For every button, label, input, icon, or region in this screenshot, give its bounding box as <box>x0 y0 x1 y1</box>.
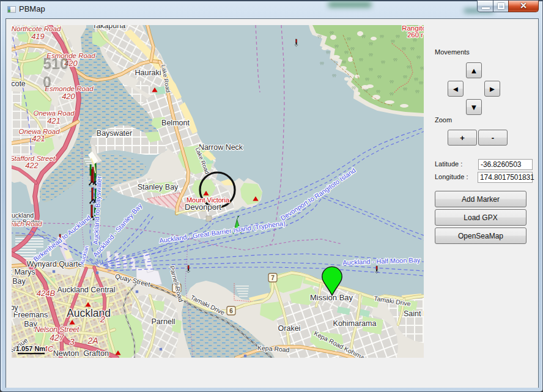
svg-text:6: 6 <box>229 308 233 314</box>
svg-text:Devonport: Devonport <box>185 202 221 212</box>
svg-text:Grafton: Grafton <box>83 349 109 358</box>
svg-text:Mount Victoria: Mount Victoria <box>187 196 230 204</box>
svg-text:419: 419 <box>31 32 45 41</box>
svg-text:cote: cote <box>12 80 26 88</box>
svg-text:Freemans: Freemans <box>13 311 48 319</box>
svg-text:Parnell: Parnell <box>152 317 175 326</box>
svg-text:Bay: Bay <box>12 277 26 286</box>
svg-text:510: 510 <box>43 55 68 72</box>
svg-text:421: 421 <box>32 134 45 143</box>
svg-text:Bayswater: Bayswater <box>97 129 132 138</box>
svg-text:7: 7 <box>271 275 275 281</box>
svg-text:260 r: 260 r <box>407 31 423 39</box>
svg-text:Hauraki: Hauraki <box>135 68 161 77</box>
svg-text:Belmont: Belmont <box>161 119 190 127</box>
svg-text:420: 420 <box>62 92 75 101</box>
svg-text:3: 3 <box>70 337 75 347</box>
svg-text:421: 421 <box>47 116 61 125</box>
svg-text:Stanley Bay: Stanley Bay <box>138 183 179 191</box>
svg-text:Newton: Newton <box>53 349 79 358</box>
svg-text:0: 0 <box>43 73 51 91</box>
svg-text:424B: 424B <box>37 289 56 298</box>
svg-text:t Marys: t Marys <box>12 268 35 276</box>
svg-text:by: by <box>12 303 18 312</box>
svg-text:Narrow Neck: Narrow Neck <box>199 143 243 152</box>
svg-text:422: 422 <box>25 161 39 170</box>
svg-text:each Road: each Road <box>12 220 42 227</box>
svg-text:1.057 Nm: 1.057 Nm <box>16 345 46 352</box>
svg-text:2A: 2A <box>87 336 98 346</box>
svg-text:427: 427 <box>50 333 65 342</box>
svg-text:2: 2 <box>100 314 105 324</box>
svg-text:Takapuna: Takapuna <box>92 25 125 30</box>
svg-text:Saint He: Saint He <box>404 309 424 318</box>
svg-text:Orakei: Orakei <box>278 324 301 333</box>
svg-text:Auckland Central: Auckland Central <box>57 286 115 294</box>
svg-text:Kohimarama: Kohimarama <box>333 319 377 328</box>
